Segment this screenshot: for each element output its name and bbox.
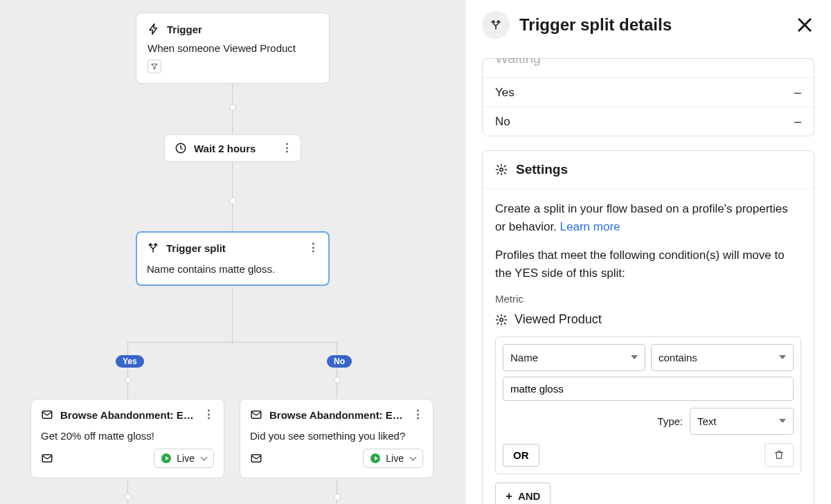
metric-label: Metric — [495, 291, 801, 307]
and-button-label: AND — [518, 488, 541, 504]
trigger-description: When someone Viewed Product — [148, 42, 318, 54]
chevron-down-icon — [201, 454, 208, 461]
mail-small-icon — [41, 452, 53, 465]
stat-no-value: – — [794, 114, 801, 129]
stat-waiting-label: Waiting — [495, 58, 541, 66]
gear-icon — [495, 163, 508, 176]
add-node-dot[interactable] — [334, 494, 341, 501]
filter-icon[interactable] — [148, 60, 161, 73]
email-card-yes[interactable]: Browse Abandonment: Email… ⋮ Get 20% off… — [30, 399, 224, 478]
settings-desc: Create a split in your flow based on a p… — [495, 200, 801, 237]
more-menu-button[interactable]: ⋮ — [202, 408, 215, 422]
learn-more-link[interactable]: Learn more — [560, 220, 620, 233]
status-dropdown[interactable]: Live — [154, 449, 214, 468]
connector — [337, 342, 337, 399]
add-node-dot[interactable] — [229, 104, 236, 111]
chevron-down-icon — [410, 454, 417, 461]
email-subject: Did you see something you liked? — [240, 422, 433, 442]
branch-badge-no: No — [327, 355, 352, 368]
status-label: Live — [177, 453, 195, 464]
split-label: Trigger split — [166, 242, 226, 254]
settings-desc2: Profiles that meet the following conditi… — [495, 246, 801, 283]
chevron-down-icon — [779, 355, 786, 359]
details-panel: Trigger split details Waiting Yes – No –… — [465, 0, 831, 504]
settings-heading: Settings — [516, 162, 568, 177]
trigger-card[interactable]: Trigger When someone Viewed Product — [136, 12, 330, 84]
condition-group: Name contains Type: Text — [495, 336, 801, 475]
play-icon — [161, 453, 171, 463]
mail-small-icon — [250, 452, 262, 465]
stat-yes-value: – — [794, 85, 801, 100]
trigger-label: Trigger — [167, 24, 202, 35]
more-menu-button[interactable]: ⋮ — [280, 141, 294, 155]
email-title: Browse Abandonment: Email… — [60, 409, 195, 421]
mail-icon — [250, 408, 262, 421]
email-subject: Get 20% off matte gloss! — [31, 422, 224, 442]
panel-title: Trigger split details — [519, 15, 785, 35]
more-menu-button[interactable]: ⋮ — [306, 241, 320, 255]
delete-condition-button[interactable] — [765, 443, 794, 467]
field-select-value: Name — [510, 350, 538, 366]
field-select[interactable]: Name — [503, 344, 645, 371]
trigger-split-card[interactable]: Trigger split ⋮ Name contains matte glos… — [136, 231, 330, 286]
status-dropdown[interactable]: Live — [363, 449, 423, 468]
settings-section: Settings Create a split in your flow bas… — [482, 150, 814, 504]
gear-icon[interactable] — [495, 314, 508, 326]
email-title: Browse Abandonment: Email… — [269, 409, 404, 421]
settings-desc-text: Create a split in your flow based on a p… — [495, 202, 788, 233]
svg-point-6 — [500, 318, 503, 321]
connector — [127, 342, 128, 399]
flow-canvas[interactable]: Trigger When someone Viewed Product Wait… — [0, 0, 465, 504]
add-node-dot[interactable] — [125, 494, 132, 501]
connector — [232, 288, 233, 343]
clock-icon — [175, 142, 187, 154]
wait-card[interactable]: Wait 2 hours ⋮ — [164, 134, 301, 162]
split-icon — [490, 19, 502, 31]
type-select[interactable]: Text — [690, 408, 794, 435]
type-select-value: Text — [697, 413, 717, 429]
chevron-down-icon — [631, 355, 638, 359]
add-node-dot[interactable] — [229, 197, 236, 204]
mail-icon — [41, 408, 53, 421]
svg-point-5 — [500, 168, 503, 172]
plus-icon: + — [506, 492, 512, 501]
split-icon-badge — [482, 11, 510, 39]
email-card-no[interactable]: Browse Abandonment: Email… ⋮ Did you see… — [240, 399, 434, 478]
type-label: Type: — [657, 413, 683, 429]
value-input[interactable] — [503, 377, 794, 401]
play-icon — [370, 453, 380, 463]
chevron-down-icon — [779, 419, 786, 423]
metric-value: Viewed Product — [515, 310, 602, 330]
stat-yes-label: Yes — [495, 86, 515, 100]
or-button[interactable]: OR — [503, 444, 539, 467]
split-icon — [147, 242, 159, 254]
add-node-dot[interactable] — [334, 377, 341, 384]
and-button[interactable]: + AND — [495, 483, 551, 504]
wait-label: Wait 2 hours — [194, 143, 256, 154]
split-description: Name contains matte gloss. — [137, 263, 328, 285]
add-node-dot[interactable] — [125, 377, 132, 384]
operator-select[interactable]: contains — [651, 344, 794, 371]
more-menu-button[interactable]: ⋮ — [411, 408, 425, 422]
status-label: Live — [386, 453, 404, 464]
operator-select-value: contains — [659, 350, 697, 366]
close-button[interactable] — [795, 15, 814, 35]
bolt-icon — [148, 23, 160, 35]
connector — [127, 342, 338, 343]
connector — [232, 162, 233, 231]
branch-badge-yes: Yes — [116, 355, 144, 368]
stat-no-label: No — [495, 115, 510, 129]
stats-section: Waiting Yes – No – — [482, 58, 814, 136]
